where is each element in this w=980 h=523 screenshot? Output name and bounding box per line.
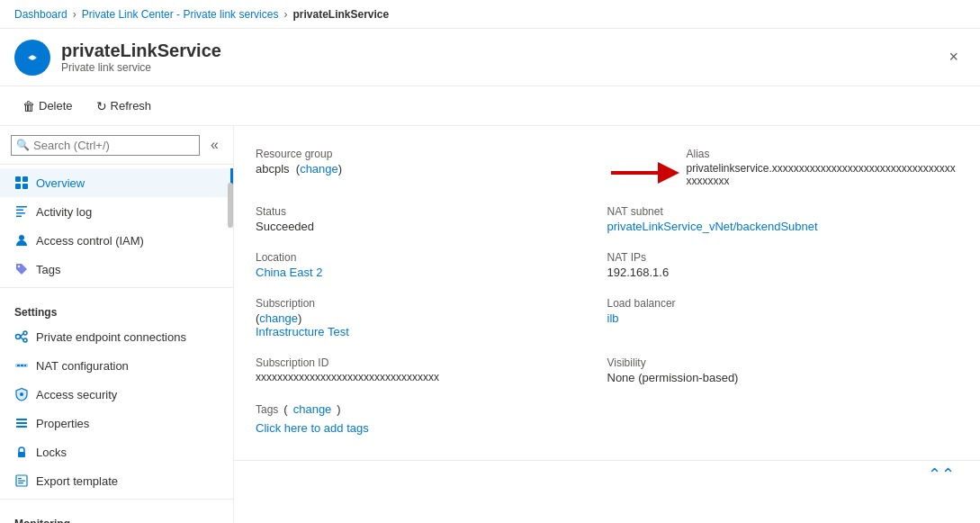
export-template-icon — [14, 473, 29, 488]
sidebar-item-private-endpoint[interactable]: Private endpoint connections — [0, 322, 233, 351]
info-grid: Resource group abcpls (change) — [234, 126, 980, 460]
svg-rect-28 — [18, 481, 25, 482]
overview-icon — [14, 176, 29, 190]
sidebar-nav: Overview Activity log Access control (IA… — [0, 165, 233, 523]
svg-rect-2 — [15, 176, 21, 182]
svg-rect-4 — [15, 184, 21, 189]
svg-rect-6 — [16, 206, 27, 208]
svg-rect-9 — [16, 216, 22, 218]
subscription-link[interactable]: Infrastructure Test — [256, 325, 349, 338]
svg-rect-29 — [18, 482, 23, 483]
settings-section-title: Settings — [0, 292, 233, 322]
sidebar-search-area: 🔍 « — [0, 126, 233, 165]
activity-log-label: Activity log — [36, 205, 92, 219]
alias-value: privatelinkservice.xxxxxxxxxxxxxxxxxxxxx… — [687, 162, 959, 187]
access-security-icon — [14, 387, 29, 401]
svg-rect-8 — [16, 212, 25, 214]
resource-group-change-link[interactable]: change — [300, 162, 338, 176]
sidebar-item-tags[interactable]: Tags — [0, 255, 233, 284]
delete-button[interactable]: 🗑 Delete — [14, 95, 81, 118]
load-balancer-item: Load balancer ilb — [607, 290, 959, 349]
load-balancer-value: ilb — [607, 311, 959, 325]
access-control-icon — [14, 233, 29, 248]
delete-icon: 🗑 — [22, 99, 35, 113]
status-label: Status — [256, 205, 607, 218]
sidebar-item-nat-config[interactable]: NAT configuration — [0, 351, 233, 380]
sidebar-item-activity-log[interactable]: Activity log — [0, 197, 233, 226]
export-template-label: Export template — [36, 474, 118, 488]
tags-right-placeholder — [607, 395, 959, 446]
private-endpoint-icon — [14, 329, 29, 344]
private-endpoint-label: Private endpoint connections — [36, 330, 186, 344]
access-control-label: Access control (IAM) — [36, 234, 144, 248]
arrow-annotation — [607, 158, 679, 187]
resource-group-value: abcpls (change) — [256, 162, 607, 176]
header-left: privateLinkService Private link service — [14, 40, 221, 76]
main-layout: 🔍 « Overview Activity log — [0, 126, 980, 523]
svg-rect-19 — [21, 365, 23, 366]
activity-log-icon — [14, 204, 29, 219]
visibility-label: Visibility — [607, 356, 959, 369]
svg-rect-3 — [22, 176, 28, 182]
refresh-button[interactable]: ↻ Refresh — [88, 95, 160, 118]
refresh-icon: ↻ — [96, 99, 107, 113]
alias-content: Alias privatelinkservice.xxxxxxxxxxxxxxx… — [687, 148, 959, 187]
sidebar-item-access-control[interactable]: Access control (IAM) — [0, 226, 233, 255]
svg-rect-20 — [24, 365, 26, 366]
breadcrumb-sep-1: › — [73, 8, 76, 21]
resource-group-text: abcpls — [256, 162, 290, 176]
red-arrow-icon — [607, 158, 679, 187]
sidebar-item-locks[interactable]: Locks — [0, 437, 233, 466]
content-area: Resource group abcpls (change) — [234, 126, 980, 523]
subscription-label: Subscription — [256, 297, 607, 310]
subscription-change-link[interactable]: change — [259, 311, 298, 325]
scroll-up-button[interactable]: ⌃⌃ — [924, 464, 958, 484]
collapse-sidebar-button[interactable]: « — [207, 133, 222, 157]
tags-icon — [14, 262, 29, 276]
nat-subnet-item: NAT subnet privateLinkService_vNet/backe… — [607, 198, 959, 244]
load-balancer-link[interactable]: ilb — [607, 311, 619, 325]
load-balancer-label: Load balancer — [607, 297, 959, 310]
svg-rect-22 — [16, 419, 27, 420]
svg-point-10 — [19, 235, 24, 240]
location-value: China East 2 — [256, 266, 607, 279]
alias-item: Alias privatelinkservice.xxxxxxxxxxxxxxx… — [607, 140, 959, 198]
sidebar-item-export-template[interactable]: Export template — [0, 466, 233, 495]
visibility-item: Visibility None (permission-based) — [607, 349, 959, 395]
resource-title: privateLinkService — [61, 41, 221, 61]
resource-group-label: Resource group — [256, 148, 607, 160]
sidebar-item-overview[interactable]: Overview — [0, 168, 233, 197]
status-item: Status Succeeded — [256, 198, 607, 244]
svg-rect-25 — [18, 452, 25, 457]
location-label: Location — [256, 251, 607, 264]
nat-subnet-link[interactable]: privateLinkService_vNet/backendSubnet — [607, 220, 818, 233]
delete-label: Delete — [39, 99, 73, 113]
page-header: privateLinkService Private link service … — [0, 29, 980, 86]
breadcrumb-current: privateLinkService — [292, 8, 389, 21]
close-button[interactable]: × — [941, 44, 966, 70]
subscription-id-item: Subscription ID xxxxxxxxxxxxxxxxxxxxxxxx… — [256, 349, 607, 395]
refresh-label: Refresh — [111, 99, 152, 113]
scrollbar-track — [228, 165, 233, 523]
svg-point-13 — [23, 331, 27, 335]
breadcrumb-dashboard[interactable]: Dashboard — [14, 8, 67, 21]
svg-rect-23 — [16, 422, 27, 424]
nat-ips-label: NAT IPs — [607, 251, 959, 264]
resource-type: Private link service — [61, 61, 221, 74]
nat-config-label: NAT configuration — [36, 359, 129, 373]
visibility-value: None (permission-based) — [607, 371, 959, 384]
sidebar-item-access-security[interactable]: Access security — [0, 380, 233, 409]
tags-add-link[interactable]: Click here to add tags — [256, 421, 369, 435]
scrollbar-thumb[interactable] — [228, 183, 233, 228]
breadcrumb-private-link[interactable]: Private Link Center - Private link servi… — [82, 8, 279, 21]
properties-label: Properties — [36, 417, 89, 430]
tags-change-link[interactable]: change — [293, 402, 332, 416]
nat-ips-value: 192.168.1.6 — [607, 266, 959, 279]
service-icon — [14, 40, 50, 76]
sidebar-item-properties[interactable]: Properties — [0, 409, 233, 437]
subscription-id-label: Subscription ID — [256, 356, 607, 369]
search-input[interactable] — [11, 135, 200, 156]
search-icon: 🔍 — [16, 139, 30, 151]
access-security-label: Access security — [36, 388, 117, 401]
breadcrumb-sep-2: › — [283, 8, 287, 21]
